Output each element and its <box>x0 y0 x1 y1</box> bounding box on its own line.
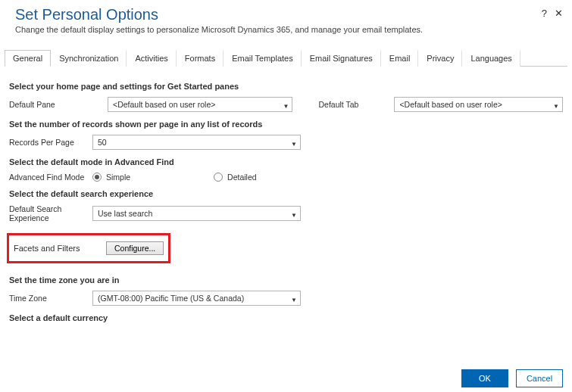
close-icon[interactable]: ✕ <box>555 8 563 19</box>
help-icon[interactable]: ? <box>542 8 547 19</box>
section-advfind-title: Select the default mode in Advanced Find <box>9 157 563 166</box>
section-search-title: Select the default search experience <box>9 189 563 198</box>
radio-detailed-label: Detailed <box>227 173 257 182</box>
tab-email[interactable]: Email <box>381 50 419 67</box>
tab-synchronization[interactable]: Synchronization <box>51 50 127 67</box>
section-timezone-title: Set the time zone you are in <box>9 275 563 285</box>
default-tab-select[interactable]: <Default based on user role> <box>394 97 563 112</box>
section-currency-title: Select a default currency <box>9 313 563 322</box>
cancel-button[interactable]: Cancel <box>516 369 563 387</box>
default-pane-label: Default Pane <box>9 100 92 109</box>
records-per-page-label: Records Per Page <box>9 138 92 147</box>
records-per-page-select[interactable]: 50 <box>92 135 301 150</box>
tab-email-signatures[interactable]: Email Signatures <box>302 50 381 67</box>
section-records-title: Set the number of records shown per page… <box>9 120 563 129</box>
page-subtitle: Change the default display settings to p… <box>15 25 557 34</box>
tab-privacy[interactable]: Privacy <box>418 50 462 67</box>
radio-simple[interactable] <box>92 173 102 182</box>
default-search-exp-label: Default Search Experience <box>9 204 92 222</box>
tab-bar: General Synchronization Activities Forma… <box>5 49 567 67</box>
radio-simple-label: Simple <box>106 173 130 182</box>
default-pane-select[interactable]: <Default based on user role> <box>108 97 292 112</box>
facets-filters-label: Facets and Filters <box>14 244 97 253</box>
ok-button[interactable]: OK <box>461 369 508 387</box>
page-title: Set Personal Options <box>15 6 557 23</box>
tab-general[interactable]: General <box>5 50 51 67</box>
radio-detailed[interactable] <box>214 173 223 182</box>
time-zone-label: Time Zone <box>9 294 92 303</box>
tab-languages[interactable]: Languages <box>462 50 520 67</box>
tab-activities[interactable]: Activities <box>127 50 176 67</box>
content-area: Select your home page and settings for G… <box>0 67 572 347</box>
advanced-find-mode-label: Advanced Find Mode <box>9 173 92 182</box>
configure-button[interactable]: Configure... <box>106 241 164 255</box>
default-search-exp-select[interactable]: Use last search <box>92 206 301 221</box>
tab-formats[interactable]: Formats <box>177 50 223 67</box>
default-tab-label: Default Tab <box>318 100 379 109</box>
section-homepage-title: Select your home page and settings for G… <box>9 82 563 91</box>
time-zone-select[interactable]: (GMT-08:00) Pacific Time (US & Canada) <box>92 291 301 306</box>
tab-email-templates[interactable]: Email Templates <box>223 50 302 67</box>
facets-highlight-box: Facets and Filters Configure... <box>7 233 170 263</box>
